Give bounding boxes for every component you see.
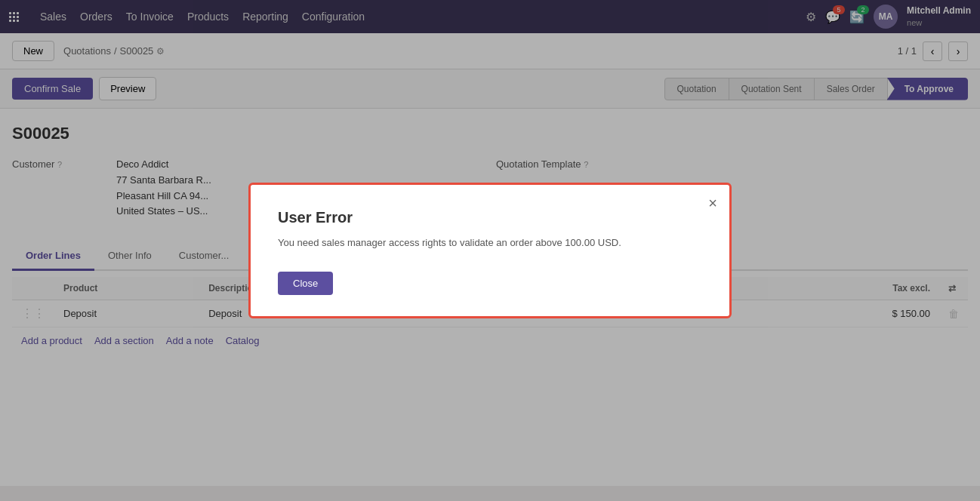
modal-message: You need sales manager access rights to … <box>278 235 702 250</box>
close-modal-button[interactable]: Close <box>278 272 333 295</box>
modal-title: User Error <box>278 209 702 226</box>
error-modal: × User Error You need sales manager acce… <box>248 183 732 318</box>
modal-overlay: × User Error You need sales manager acce… <box>0 0 980 486</box>
modal-close-button[interactable]: × <box>708 195 717 211</box>
